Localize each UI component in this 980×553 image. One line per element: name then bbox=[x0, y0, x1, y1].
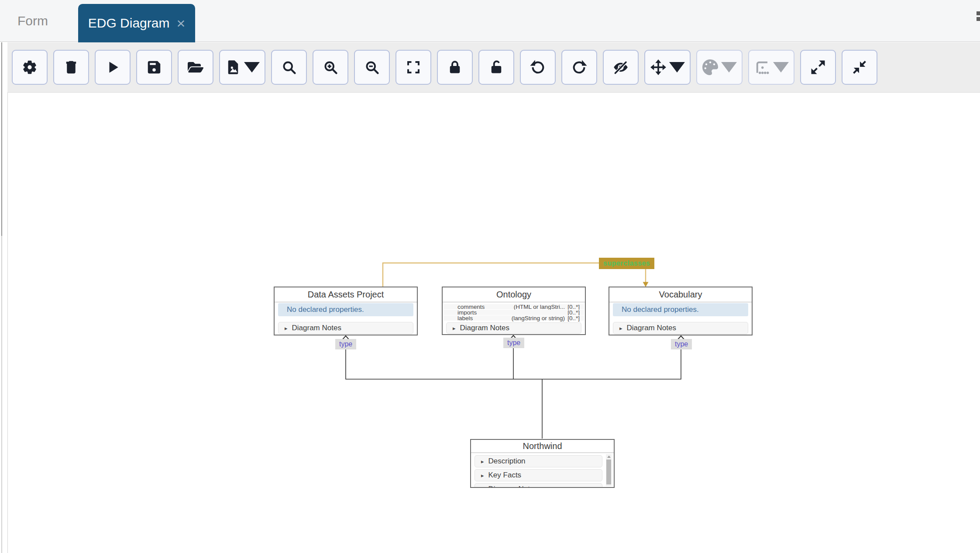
chevron-down-icon bbox=[773, 59, 789, 75]
key-facts-section[interactable]: ▸ Key Facts bbox=[475, 469, 602, 481]
chevron-down-icon bbox=[244, 59, 260, 75]
expand-caret-icon: ▸ bbox=[285, 325, 288, 332]
open-button[interactable] bbox=[178, 50, 213, 85]
redo-button[interactable] bbox=[561, 50, 597, 85]
no-properties-text: No declared properties. bbox=[287, 305, 364, 314]
no-properties-row: No declared properties. bbox=[613, 303, 748, 316]
diagram-toolbar bbox=[7, 42, 980, 93]
diagram-notes-section[interactable]: ▸ Diagram Notes bbox=[446, 322, 581, 334]
undo-button[interactable] bbox=[520, 50, 556, 85]
left-scrollbar-track[interactable] bbox=[1, 236, 2, 553]
tab-edg-diagram[interactable]: EDG Diagram × bbox=[78, 4, 195, 42]
section-label: Description bbox=[488, 457, 526, 466]
node-northwind[interactable]: Northwind ▸ Description ▸ Key Facts ▸ Di… bbox=[470, 439, 615, 488]
diagram-notes-section[interactable]: ▸ Diagram Notes bbox=[278, 322, 413, 334]
scroll-up-icon[interactable] bbox=[607, 456, 611, 458]
unlock-button[interactable] bbox=[478, 50, 514, 85]
section-label: Diagram Notes bbox=[488, 485, 538, 488]
expand-caret-icon: ▸ bbox=[453, 325, 456, 332]
chevron-down-icon bbox=[669, 59, 685, 75]
move-button[interactable] bbox=[644, 50, 691, 85]
node-title: Ontology bbox=[443, 287, 585, 302]
chevron-down-icon bbox=[721, 59, 737, 75]
lock-button[interactable] bbox=[437, 50, 473, 85]
property-row[interactable]: imports [0..*] bbox=[444, 310, 584, 315]
property-row[interactable]: labels (langString or string) [0..*] bbox=[444, 315, 584, 321]
description-section[interactable]: ▸ Description bbox=[475, 455, 602, 467]
node-title: Northwind bbox=[471, 440, 614, 453]
border-style-button bbox=[748, 50, 794, 85]
collapse-button[interactable] bbox=[842, 50, 877, 85]
property-cardinality: [0..*] bbox=[565, 315, 584, 321]
scrollbar-thumb[interactable] bbox=[606, 460, 611, 484]
diagram-notes-section[interactable]: ▸ Diagram Notes bbox=[613, 322, 748, 334]
color-palette-button bbox=[696, 50, 743, 85]
expand-caret-icon: ▸ bbox=[481, 472, 484, 479]
zoom-out-button[interactable] bbox=[354, 50, 390, 85]
expand-caret-icon: ▸ bbox=[481, 486, 484, 488]
zoom-in-button[interactable] bbox=[313, 50, 348, 85]
fullscreen-button[interactable] bbox=[395, 50, 431, 85]
expand-caret-icon: ▸ bbox=[619, 325, 622, 332]
tab-form[interactable]: Form bbox=[17, 0, 48, 42]
node-data-assets-project[interactable]: Data Assets Project No declared properti… bbox=[274, 287, 418, 335]
section-label: Diagram Notes bbox=[292, 324, 341, 332]
save-button[interactable] bbox=[136, 50, 172, 85]
edge-label-superclasses[interactable]: superclasses bbox=[599, 258, 654, 269]
edge-label-type-3[interactable]: type bbox=[671, 339, 692, 349]
property-row[interactable]: comments (HTML or langStri... [0..*] bbox=[444, 304, 584, 309]
property-name: labels bbox=[444, 315, 512, 321]
node-title: Data Assets Project bbox=[275, 287, 417, 302]
tab-form-label: Form bbox=[17, 14, 48, 28]
node-scrollbar[interactable] bbox=[606, 454, 612, 486]
diagram-notes-section[interactable]: ▸ Diagram Notes bbox=[475, 483, 602, 488]
search-button[interactable] bbox=[271, 50, 307, 85]
run-button[interactable] bbox=[95, 50, 131, 85]
close-icon[interactable]: × bbox=[176, 16, 185, 31]
edge-label-type-1[interactable]: type bbox=[335, 339, 356, 349]
delete-button[interactable] bbox=[53, 50, 89, 85]
section-label: Key Facts bbox=[488, 471, 522, 480]
no-properties-text: No declared properties. bbox=[622, 305, 699, 314]
left-scrollbar-thumb[interactable] bbox=[1, 42, 2, 236]
node-title: Vocabulary bbox=[609, 287, 752, 302]
node-ontology[interactable]: Ontology comments (HTML or langStri... [… bbox=[442, 287, 586, 335]
expand-caret-icon: ▸ bbox=[481, 458, 484, 465]
edge-label-type-2[interactable]: type bbox=[503, 338, 524, 348]
canvas-left-border bbox=[7, 93, 8, 553]
export-image-button[interactable] bbox=[219, 50, 265, 85]
section-label: Diagram Notes bbox=[627, 324, 676, 332]
tab-edg-diagram-label: EDG Diagram bbox=[88, 16, 170, 31]
window-grip-icon bbox=[977, 11, 980, 24]
hide-button[interactable] bbox=[603, 50, 639, 85]
property-type: (langString or string) bbox=[512, 315, 565, 321]
tab-bar: Form EDG Diagram × bbox=[0, 0, 980, 42]
settings-button[interactable] bbox=[12, 50, 48, 85]
app-window: Form EDG Diagram × bbox=[0, 0, 980, 553]
no-properties-row: No declared properties. bbox=[278, 303, 413, 316]
node-vocabulary[interactable]: Vocabulary No declared properties. ▸ Dia… bbox=[609, 287, 753, 335]
section-label: Diagram Notes bbox=[460, 324, 509, 332]
expand-button[interactable] bbox=[800, 50, 836, 85]
